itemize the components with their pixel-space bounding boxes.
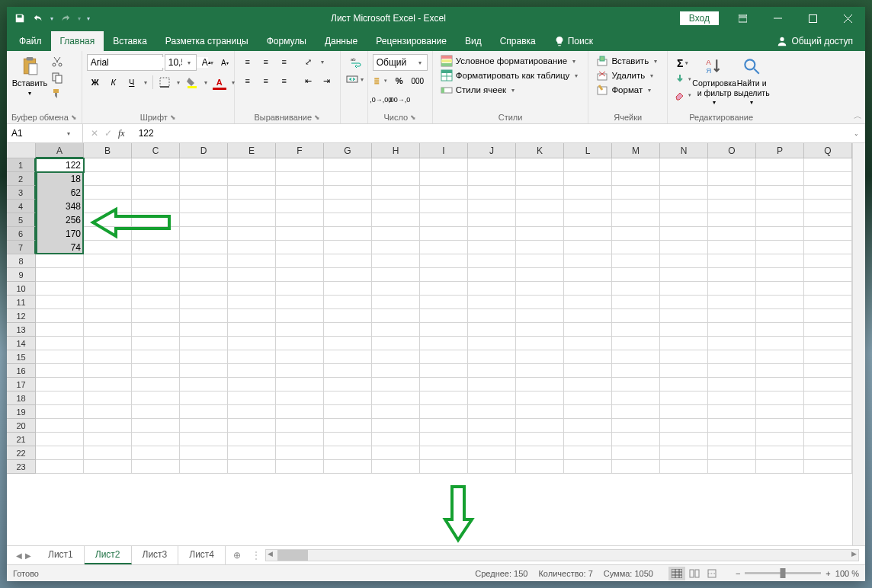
sheet-tab-Лист1[interactable]: Лист1 — [37, 546, 85, 564]
cell-G3[interactable] — [324, 186, 372, 200]
cell-M1[interactable] — [612, 158, 660, 172]
row-header-4[interactable]: 4 — [7, 200, 36, 213]
cell-D18[interactable] — [180, 391, 228, 405]
find-select-button[interactable]: Найти и выделить▾ — [733, 54, 770, 108]
cell-K4[interactable] — [516, 200, 564, 213]
cell-P2[interactable] — [756, 172, 804, 186]
sheet-tab-Лист3[interactable]: Лист3 — [132, 546, 179, 564]
cell-C14[interactable] — [132, 337, 180, 350]
cell-P18[interactable] — [756, 391, 804, 405]
cell-H21[interactable] — [372, 433, 420, 446]
cell-O9[interactable] — [708, 268, 756, 282]
cell-B12[interactable] — [84, 309, 132, 323]
horizontal-scrollbar[interactable]: ◀▶ — [265, 549, 859, 561]
cell-J10[interactable] — [468, 282, 516, 296]
cell-C12[interactable] — [132, 309, 180, 323]
align-top-icon[interactable]: ≡ — [239, 54, 256, 69]
cell-C8[interactable] — [132, 254, 180, 268]
tab-help[interactable]: Справка — [491, 31, 545, 51]
cell-G11[interactable] — [324, 296, 372, 309]
font-size-combo[interactable]: ▾ — [165, 54, 197, 71]
cell-B20[interactable] — [84, 419, 132, 433]
cell-A2[interactable]: 18 — [36, 172, 84, 186]
cell-O3[interactable] — [708, 186, 756, 200]
cell-M21[interactable] — [612, 433, 660, 446]
cell-K6[interactable] — [516, 227, 564, 241]
row-header-3[interactable]: 3 — [7, 186, 36, 200]
cell-F20[interactable] — [276, 419, 324, 433]
cell-J23[interactable] — [468, 460, 516, 474]
cell-D3[interactable] — [180, 186, 228, 200]
cell-B6[interactable] — [84, 227, 132, 241]
cell-P9[interactable] — [756, 268, 804, 282]
select-all-corner[interactable] — [7, 143, 36, 158]
cell-B4[interactable] — [84, 200, 132, 213]
cell-A15[interactable] — [36, 350, 84, 364]
autosum-icon[interactable]: Σ▾ — [674, 56, 694, 71]
cell-G19[interactable] — [324, 405, 372, 419]
percent-icon[interactable]: % — [391, 73, 408, 88]
col-header-C[interactable]: C — [132, 143, 180, 158]
row-header-2[interactable]: 2 — [7, 172, 36, 186]
cell-E6[interactable] — [228, 227, 276, 241]
row-header-14[interactable]: 14 — [7, 337, 36, 350]
decrease-decimal-icon[interactable]: ,00→,0 — [391, 92, 408, 107]
cell-F2[interactable] — [276, 172, 324, 186]
cell-O17[interactable] — [708, 378, 756, 391]
conditional-formatting-button[interactable]: Условное форматирование▾ — [438, 54, 584, 68]
row-header-10[interactable]: 10 — [7, 282, 36, 296]
cell-L21[interactable] — [564, 433, 612, 446]
cell-B14[interactable] — [84, 337, 132, 350]
cell-A21[interactable] — [36, 433, 84, 446]
cell-L10[interactable] — [564, 282, 612, 296]
cell-O22[interactable] — [708, 446, 756, 460]
cell-D17[interactable] — [180, 378, 228, 391]
cell-I8[interactable] — [420, 254, 468, 268]
cell-A4[interactable]: 348 — [36, 200, 84, 213]
cell-O18[interactable] — [708, 391, 756, 405]
cell-O2[interactable] — [708, 172, 756, 186]
cell-L11[interactable] — [564, 296, 612, 309]
cell-N23[interactable] — [660, 460, 708, 474]
cell-A14[interactable] — [36, 337, 84, 350]
cell-A10[interactable] — [36, 282, 84, 296]
wrap-text-icon[interactable]: ab — [345, 54, 367, 69]
cell-Q11[interactable] — [804, 296, 852, 309]
cell-A16[interactable] — [36, 364, 84, 378]
font-name-combo[interactable]: ▾ — [87, 54, 163, 71]
cell-D9[interactable] — [180, 268, 228, 282]
col-header-F[interactable]: F — [276, 143, 324, 158]
cell-E18[interactable] — [228, 391, 276, 405]
cell-C13[interactable] — [132, 323, 180, 337]
cell-N3[interactable] — [660, 186, 708, 200]
row-header-18[interactable]: 18 — [7, 391, 36, 405]
cell-I1[interactable] — [420, 158, 468, 172]
cell-M2[interactable] — [612, 172, 660, 186]
cell-N15[interactable] — [660, 350, 708, 364]
add-sheet-button[interactable]: ⊕ — [226, 547, 248, 564]
cell-F4[interactable] — [276, 200, 324, 213]
tab-review[interactable]: Рецензирование — [367, 31, 456, 51]
cell-M17[interactable] — [612, 378, 660, 391]
share-button[interactable]: Общий доступ — [768, 31, 862, 51]
cell-B7[interactable] — [84, 241, 132, 254]
cell-H19[interactable] — [372, 405, 420, 419]
cell-K5[interactable] — [516, 213, 564, 227]
cell-D12[interactable] — [180, 309, 228, 323]
cell-K18[interactable] — [516, 391, 564, 405]
cell-D22[interactable] — [180, 446, 228, 460]
cell-J21[interactable] — [468, 433, 516, 446]
format-painter-icon[interactable] — [49, 86, 66, 101]
zoom-in-icon[interactable]: + — [826, 569, 830, 578]
cell-P22[interactable] — [756, 446, 804, 460]
cell-L20[interactable] — [564, 419, 612, 433]
underline-button[interactable]: Ч — [123, 75, 140, 90]
cell-K14[interactable] — [516, 337, 564, 350]
cell-G23[interactable] — [324, 460, 372, 474]
cell-Q3[interactable] — [804, 186, 852, 200]
cell-L6[interactable] — [564, 227, 612, 241]
cell-P5[interactable] — [756, 213, 804, 227]
cell-M4[interactable] — [612, 200, 660, 213]
cell-M5[interactable] — [612, 213, 660, 227]
cell-N18[interactable] — [660, 391, 708, 405]
